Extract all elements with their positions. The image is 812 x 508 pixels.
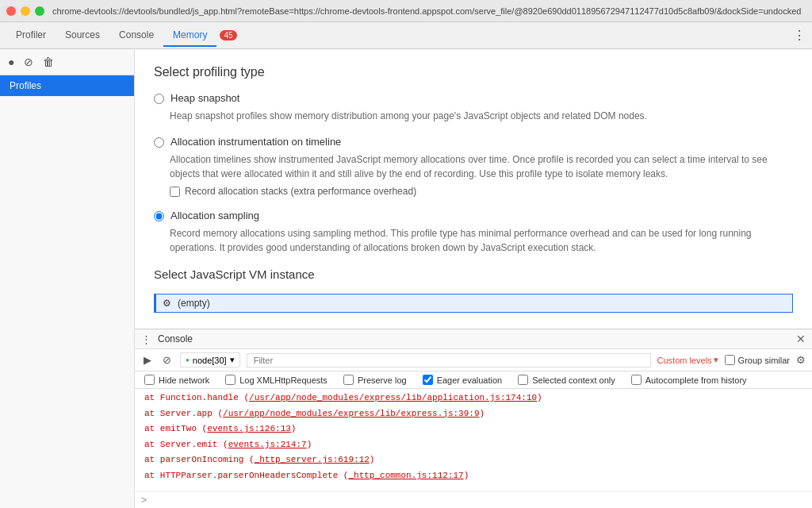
- vm-section: Select JavaScript VM instance ⚙ (empty): [154, 267, 793, 313]
- tab-menu-icon[interactable]: ⋮: [793, 28, 806, 43]
- preserve-log-checkbox[interactable]: [343, 375, 354, 385]
- node-selector[interactable]: ● node[30] ▾: [180, 352, 240, 368]
- console-link[interactable]: /usr/app/node_modules/express/lib/applic…: [249, 393, 537, 402]
- allocation-sampling-group: Allocation sampling Record memory alloca…: [154, 210, 793, 255]
- selected-context-checkbox[interactable]: [518, 375, 528, 385]
- console-title: Console: [158, 333, 790, 344]
- title-bar: chrome-devtools://devtools/bundled/js_ap…: [0, 0, 812, 22]
- add-profile-button[interactable]: ●: [6, 54, 16, 70]
- record-stacks-option: Record allocation stacks (extra performa…: [170, 186, 793, 197]
- autocomplete-history-checkbox[interactable]: [631, 375, 642, 385]
- selected-context-option[interactable]: Selected context only: [518, 375, 615, 385]
- heap-snapshot-option: Heap snapshot: [154, 92, 793, 104]
- url-bar: chrome-devtools://devtools/bundled/js_ap…: [52, 6, 806, 16]
- vm-title: Select JavaScript VM instance: [154, 267, 793, 281]
- custom-levels-button[interactable]: Custom levels ▾: [657, 355, 718, 365]
- close-button[interactable]: [6, 6, 16, 16]
- console-link[interactable]: /usr/app/node_modules/express/lib/expres…: [223, 409, 479, 418]
- vm-selector-value: (empty): [178, 298, 210, 309]
- vm-selector[interactable]: ⚙ (empty): [154, 294, 793, 313]
- console-line: at parserOnIncoming (_http_server.js:619…: [135, 452, 812, 468]
- console-input[interactable]: [151, 495, 806, 506]
- maximize-button[interactable]: [35, 6, 44, 16]
- allocation-sampling-option: Allocation sampling: [154, 210, 793, 221]
- error-badge: 45: [220, 30, 236, 40]
- record-stacks-checkbox[interactable]: [170, 187, 180, 197]
- heap-snapshot-label[interactable]: Heap snapshot: [170, 92, 239, 104]
- heap-snapshot-desc: Heap snapshot profiles show memory distr…: [170, 109, 793, 123]
- console-header: ⋮ Console ✕: [135, 329, 812, 349]
- allocation-sampling-desc: Record memory allocations using sampling…: [170, 226, 793, 255]
- log-xmlhttp-label: Log XMLHttpRequests: [239, 375, 327, 385]
- console-line: at emitTwo (events.js:126:13): [135, 421, 812, 437]
- minimize-button[interactable]: [21, 6, 30, 16]
- console-input-row: >: [135, 491, 812, 508]
- hide-network-option[interactable]: Hide network: [144, 375, 209, 385]
- log-xmlhttp-checkbox[interactable]: [225, 375, 236, 385]
- console-drag-icon: ⋮: [141, 333, 151, 345]
- console-link[interactable]: _http_common.js:112:17: [348, 471, 463, 480]
- top-tabs: Profiler Sources Console Memory 45 ⋮: [0, 22, 812, 49]
- execute-button[interactable]: ▶: [141, 353, 154, 367]
- content-area: Select profiling type Heap snapshot Heap…: [135, 49, 812, 508]
- profiling-title: Select profiling type: [154, 65, 793, 79]
- autocomplete-history-option[interactable]: Autocomplete from history: [631, 375, 747, 385]
- node-dot-icon: ●: [186, 356, 190, 364]
- console-output: at Function.handle (/usr/app/node_module…: [135, 389, 812, 491]
- group-similar-option: Group similar: [725, 355, 790, 365]
- sidebar: ● ⊘ 🗑 Profiles: [0, 49, 135, 508]
- profiling-panel: Select profiling type Heap snapshot Heap…: [135, 49, 812, 329]
- allocation-sampling-label[interactable]: Allocation sampling: [170, 210, 259, 221]
- sidebar-toolbar: ● ⊘ 🗑: [0, 49, 134, 75]
- console-close-button[interactable]: ✕: [796, 333, 806, 345]
- clear-profiles-button[interactable]: ⊘: [22, 54, 35, 70]
- selected-context-label: Selected context only: [532, 375, 615, 385]
- console-panel: ⋮ Console ✕ ▶ ⊘ ● node[30] ▾ Custom leve…: [135, 329, 812, 508]
- eager-eval-option[interactable]: Eager evaluation: [423, 375, 503, 385]
- custom-levels-dropdown-icon: ▾: [714, 355, 718, 365]
- traffic-lights: [6, 6, 44, 16]
- allocation-instrumentation-label[interactable]: Allocation instrumentation on timeline: [170, 136, 341, 148]
- filter-input[interactable]: [247, 353, 651, 368]
- tab-sources[interactable]: Sources: [56, 25, 109, 47]
- block-button[interactable]: ⊘: [160, 353, 174, 367]
- node-dropdown-icon: ▾: [230, 355, 235, 365]
- console-link[interactable]: events.js:126:13: [207, 424, 291, 433]
- log-xmlhttp-option[interactable]: Log XMLHttpRequests: [225, 375, 327, 385]
- tab-console[interactable]: Console: [109, 25, 163, 47]
- heap-snapshot-group: Heap snapshot Heap snapshot profiles sho…: [154, 92, 793, 123]
- autocomplete-history-label: Autocomplete from history: [645, 375, 747, 385]
- record-stacks-label[interactable]: Record allocation stacks (extra performa…: [185, 186, 416, 197]
- heap-snapshot-radio[interactable]: [154, 94, 164, 104]
- console-toolbar: ▶ ⊘ ● node[30] ▾ Custom levels ▾ Group s…: [135, 349, 812, 371]
- console-line: at HTTPParser.parserOnHeadersComplete (_…: [135, 468, 812, 484]
- eager-eval-label: Eager evaluation: [437, 375, 503, 385]
- main-layout: ● ⊘ 🗑 Profiles Select profiling type Hea…: [0, 49, 812, 508]
- console-prompt-icon: >: [141, 495, 147, 506]
- group-similar-label: Group similar: [738, 356, 790, 365]
- console-options: Hide network Log XMLHttpRequests Preserv…: [135, 371, 812, 389]
- tab-memory[interactable]: Memory: [163, 25, 216, 47]
- allocation-instrumentation-desc: Allocation timelines show instrumented J…: [170, 152, 793, 181]
- sidebar-item-profiles[interactable]: Profiles: [0, 75, 134, 96]
- allocation-instrumentation-radio[interactable]: [154, 137, 164, 148]
- console-line: at Server.app (/usr/app/node_modules/exp…: [135, 406, 812, 422]
- group-similar-checkbox[interactable]: [725, 355, 735, 365]
- allocation-instrumentation-group: Allocation instrumentation on timeline A…: [154, 136, 793, 197]
- delete-profile-button[interactable]: 🗑: [41, 54, 56, 70]
- preserve-log-label: Preserve log: [358, 375, 407, 385]
- vm-dot-icon: ⚙: [163, 298, 171, 309]
- console-line: at Function.handle (/usr/app/node_module…: [135, 391, 812, 406]
- console-link[interactable]: _http_server.js:619:12: [255, 455, 370, 464]
- console-settings-button[interactable]: ⚙: [796, 354, 806, 366]
- eager-eval-checkbox[interactable]: [423, 375, 433, 385]
- console-line: at Server.emit (events.js:214:7): [135, 437, 812, 453]
- preserve-log-option[interactable]: Preserve log: [343, 375, 407, 385]
- node-label: node[30]: [193, 356, 227, 365]
- allocation-instrumentation-option: Allocation instrumentation on timeline: [154, 136, 793, 148]
- hide-network-label: Hide network: [159, 375, 209, 385]
- allocation-sampling-radio[interactable]: [154, 211, 164, 221]
- console-link[interactable]: events.js:214:7: [228, 440, 307, 449]
- hide-network-checkbox[interactable]: [144, 375, 155, 385]
- tab-profiler[interactable]: Profiler: [6, 25, 56, 47]
